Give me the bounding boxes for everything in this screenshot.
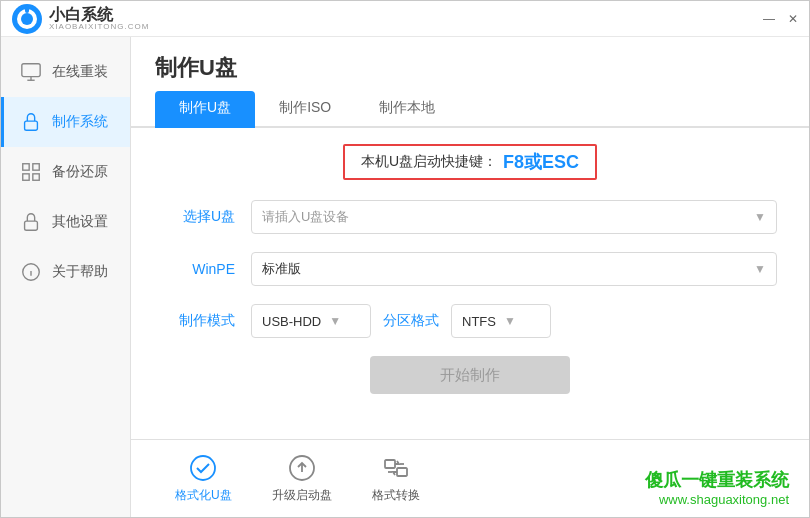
tab-make-local[interactable]: 制作本地 bbox=[355, 91, 459, 128]
info-icon bbox=[20, 261, 42, 283]
tab-make-iso[interactable]: 制作ISO bbox=[255, 91, 355, 128]
mode-selects: USB-HDD ▼ 分区格式 NTFS ▼ bbox=[251, 304, 551, 338]
watermark-url: www.shaguaxitong.net bbox=[645, 492, 789, 507]
svg-rect-20 bbox=[397, 468, 407, 476]
sidebar: 在线重装 制作系统 备份还原 bbox=[1, 37, 131, 517]
app-window: 小白系统 XIAOBAIXITONG.COM — ✕ 在线重装 bbox=[0, 0, 810, 518]
minimize-button[interactable]: — bbox=[761, 11, 777, 27]
sidebar-item-other-settings[interactable]: 其他设置 bbox=[1, 197, 130, 247]
watermark: 傻瓜一键重装系统 www.shaguaxitong.net bbox=[645, 468, 789, 507]
svg-rect-7 bbox=[25, 121, 38, 130]
convert-icon bbox=[381, 453, 411, 483]
sidebar-label-online: 在线重装 bbox=[52, 63, 108, 81]
svg-rect-12 bbox=[25, 221, 38, 230]
page-title: 制作U盘 bbox=[131, 37, 809, 83]
sidebar-item-backup-restore[interactable]: 备份还原 bbox=[1, 147, 130, 197]
label-select-u: 选择U盘 bbox=[163, 208, 235, 226]
make-mode-value: USB-HDD bbox=[262, 314, 321, 329]
svg-rect-10 bbox=[23, 174, 29, 180]
bottom-format-convert[interactable]: 格式转换 bbox=[352, 453, 440, 504]
main-layout: 在线重装 制作系统 备份还原 bbox=[1, 37, 809, 517]
check-circle-icon bbox=[188, 453, 218, 483]
winpe-select-control: 标准版 ▼ bbox=[251, 252, 777, 286]
label-partition: 分区格式 bbox=[383, 312, 439, 330]
titlebar-controls: — ✕ bbox=[761, 11, 801, 27]
content-area: 制作U盘 制作U盘 制作ISO 制作本地 本机U盘启动快捷键： F8或ESC bbox=[131, 37, 809, 517]
app-name: 小白系统 bbox=[49, 7, 149, 23]
shortcut-value: F8或ESC bbox=[503, 150, 579, 174]
svg-point-2 bbox=[21, 13, 33, 25]
logo: 小白系统 XIAOBAIXITONG.COM bbox=[11, 3, 149, 35]
app-url: XIAOBAIXITONG.COM bbox=[49, 23, 149, 31]
bottom-label-upgrade: 升级启动盘 bbox=[272, 487, 332, 504]
usb-placeholder: 请插入U盘设备 bbox=[262, 208, 349, 226]
close-button[interactable]: ✕ bbox=[785, 11, 801, 27]
label-make-mode: 制作模式 bbox=[163, 312, 235, 330]
partition-arrow: ▼ bbox=[504, 314, 516, 328]
lock2-icon bbox=[20, 211, 42, 233]
label-winpe: WinPE bbox=[163, 261, 235, 277]
sidebar-item-about-help[interactable]: 关于帮助 bbox=[1, 247, 130, 297]
partition-value: NTFS bbox=[462, 314, 496, 329]
svg-rect-4 bbox=[22, 64, 40, 77]
usb-select-box[interactable]: 请插入U盘设备 ▼ bbox=[251, 200, 777, 234]
bottom-format-u[interactable]: 格式化U盘 bbox=[155, 453, 252, 504]
grid-icon bbox=[20, 161, 42, 183]
tab-bar: 制作U盘 制作ISO 制作本地 bbox=[131, 91, 809, 128]
svg-point-16 bbox=[191, 456, 215, 480]
svg-rect-8 bbox=[23, 164, 29, 170]
make-mode-select[interactable]: USB-HDD ▼ bbox=[251, 304, 371, 338]
make-mode-arrow: ▼ bbox=[329, 314, 341, 328]
upload-circle-icon bbox=[287, 453, 317, 483]
winpe-select-box[interactable]: 标准版 ▼ bbox=[251, 252, 777, 286]
start-button[interactable]: 开始制作 bbox=[370, 356, 570, 394]
bottom-label-convert: 格式转换 bbox=[372, 487, 420, 504]
tab-make-u[interactable]: 制作U盘 bbox=[155, 91, 255, 128]
bottom-bar: 格式化U盘 升级启动盘 bbox=[131, 439, 809, 517]
bottom-upgrade-boot[interactable]: 升级启动盘 bbox=[252, 453, 352, 504]
svg-rect-9 bbox=[33, 164, 39, 170]
sidebar-label-backup: 备份还原 bbox=[52, 163, 108, 181]
usb-select-arrow: ▼ bbox=[754, 210, 766, 224]
logo-icon bbox=[11, 3, 43, 35]
sidebar-label-make: 制作系统 bbox=[52, 113, 108, 131]
monitor-icon bbox=[20, 61, 42, 83]
sidebar-item-online-reinstall[interactable]: 在线重装 bbox=[1, 47, 130, 97]
lock-icon bbox=[20, 111, 42, 133]
winpe-select-arrow: ▼ bbox=[754, 262, 766, 276]
sidebar-label-settings: 其他设置 bbox=[52, 213, 108, 231]
tab-content: 本机U盘启动快捷键： F8或ESC 选择U盘 请插入U盘设备 ▼ bbox=[131, 128, 809, 439]
svg-rect-19 bbox=[385, 460, 395, 468]
sidebar-label-help: 关于帮助 bbox=[52, 263, 108, 281]
form-row-usb: 选择U盘 请插入U盘设备 ▼ bbox=[163, 200, 777, 234]
winpe-value: 标准版 bbox=[262, 260, 301, 278]
watermark-title: 傻瓜一键重装系统 bbox=[645, 468, 789, 492]
svg-rect-11 bbox=[33, 174, 39, 180]
usb-select-control: 请插入U盘设备 ▼ bbox=[251, 200, 777, 234]
partition-select[interactable]: NTFS ▼ bbox=[451, 304, 551, 338]
form-row-winpe: WinPE 标准版 ▼ bbox=[163, 252, 777, 286]
sidebar-item-make-system[interactable]: 制作系统 bbox=[1, 97, 130, 147]
shortcut-notice: 本机U盘启动快捷键： F8或ESC bbox=[343, 144, 597, 180]
titlebar: 小白系统 XIAOBAIXITONG.COM — ✕ bbox=[1, 1, 809, 37]
form-row-mode: 制作模式 USB-HDD ▼ 分区格式 NTFS ▼ bbox=[163, 304, 777, 338]
shortcut-prefix: 本机U盘启动快捷键： bbox=[361, 153, 497, 171]
svg-rect-3 bbox=[25, 5, 29, 13]
bottom-label-format-u: 格式化U盘 bbox=[175, 487, 232, 504]
